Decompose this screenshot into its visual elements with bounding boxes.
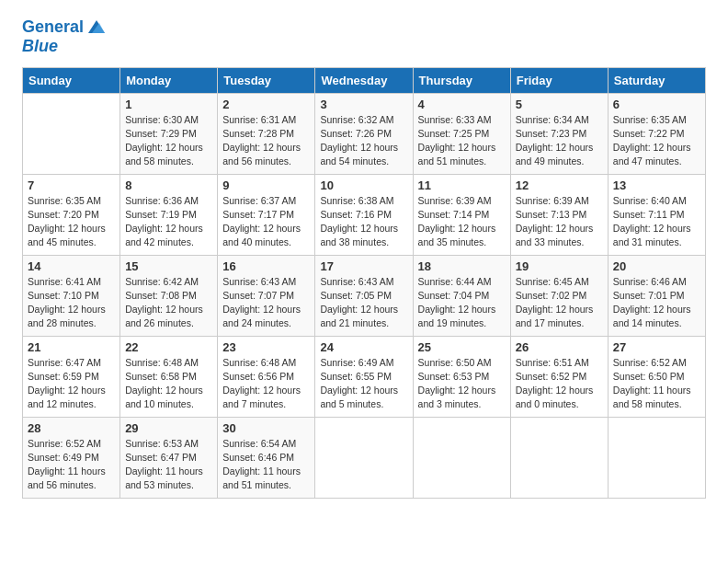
calendar-cell: 14Sunrise: 6:41 AM Sunset: 7:10 PM Dayli… xyxy=(23,255,120,336)
calendar-cell: 21Sunrise: 6:47 AM Sunset: 6:59 PM Dayli… xyxy=(23,336,120,417)
day-number: 11 xyxy=(418,178,506,192)
day-detail: Sunrise: 6:38 AM Sunset: 7:16 PM Dayligh… xyxy=(320,194,407,250)
calendar-cell: 24Sunrise: 6:49 AM Sunset: 6:55 PM Dayli… xyxy=(315,336,413,417)
calendar-cell: 13Sunrise: 6:40 AM Sunset: 7:11 PM Dayli… xyxy=(608,174,705,255)
calendar-cell: 15Sunrise: 6:42 AM Sunset: 7:08 PM Dayli… xyxy=(120,255,218,336)
calendar-cell: 23Sunrise: 6:48 AM Sunset: 6:56 PM Dayli… xyxy=(218,336,315,417)
calendar-cell xyxy=(608,417,705,498)
week-row-1: 7Sunrise: 6:35 AM Sunset: 7:20 PM Daylig… xyxy=(23,174,706,255)
calendar-cell: 16Sunrise: 6:43 AM Sunset: 7:07 PM Dayli… xyxy=(218,255,315,336)
day-detail: Sunrise: 6:48 AM Sunset: 6:56 PM Dayligh… xyxy=(222,356,310,412)
calendar-cell: 25Sunrise: 6:50 AM Sunset: 6:53 PM Dayli… xyxy=(413,336,510,417)
calendar-cell: 29Sunrise: 6:53 AM Sunset: 6:47 PM Dayli… xyxy=(120,417,218,498)
day-detail: Sunrise: 6:43 AM Sunset: 7:05 PM Dayligh… xyxy=(320,275,407,331)
day-detail: Sunrise: 6:31 AM Sunset: 7:28 PM Dayligh… xyxy=(222,113,310,169)
calendar-cell xyxy=(315,417,413,498)
day-number: 23 xyxy=(222,340,310,354)
header-row: SundayMondayTuesdayWednesdayThursdayFrid… xyxy=(23,67,706,93)
day-number: 21 xyxy=(28,340,115,354)
day-detail: Sunrise: 6:44 AM Sunset: 7:04 PM Dayligh… xyxy=(418,275,506,331)
calendar-cell: 20Sunrise: 6:46 AM Sunset: 7:01 PM Dayli… xyxy=(608,255,705,336)
day-number: 8 xyxy=(125,178,212,192)
day-number: 27 xyxy=(613,340,700,354)
header-cell-friday: Friday xyxy=(510,67,608,93)
calendar-cell: 27Sunrise: 6:52 AM Sunset: 6:50 PM Dayli… xyxy=(608,336,705,417)
day-detail: Sunrise: 6:35 AM Sunset: 7:20 PM Dayligh… xyxy=(28,194,115,250)
calendar-cell: 28Sunrise: 6:52 AM Sunset: 6:49 PM Dayli… xyxy=(23,417,120,498)
day-number: 29 xyxy=(125,421,212,435)
day-detail: Sunrise: 6:47 AM Sunset: 6:59 PM Dayligh… xyxy=(28,356,115,412)
day-detail: Sunrise: 6:40 AM Sunset: 7:11 PM Dayligh… xyxy=(613,194,700,250)
week-row-4: 28Sunrise: 6:52 AM Sunset: 6:49 PM Dayli… xyxy=(23,417,706,498)
day-detail: Sunrise: 6:42 AM Sunset: 7:08 PM Dayligh… xyxy=(125,275,212,331)
day-detail: Sunrise: 6:45 AM Sunset: 7:02 PM Dayligh… xyxy=(516,275,603,331)
day-number: 13 xyxy=(613,178,700,192)
logo-icon xyxy=(86,18,107,35)
day-detail: Sunrise: 6:46 AM Sunset: 7:01 PM Dayligh… xyxy=(613,275,700,331)
day-number: 12 xyxy=(516,178,603,192)
calendar-header: SundayMondayTuesdayWednesdayThursdayFrid… xyxy=(23,67,706,93)
day-number: 5 xyxy=(516,98,603,111)
header-cell-monday: Monday xyxy=(120,67,218,93)
day-number: 1 xyxy=(125,98,212,111)
day-detail: Sunrise: 6:32 AM Sunset: 7:26 PM Dayligh… xyxy=(320,113,407,169)
day-number: 16 xyxy=(222,259,310,273)
calendar-cell: 30Sunrise: 6:54 AM Sunset: 6:46 PM Dayli… xyxy=(218,417,315,498)
day-number: 7 xyxy=(28,178,115,192)
day-number: 26 xyxy=(516,340,603,354)
day-detail: Sunrise: 6:54 AM Sunset: 6:46 PM Dayligh… xyxy=(222,437,310,493)
calendar-cell: 4Sunrise: 6:33 AM Sunset: 7:25 PM Daylig… xyxy=(413,93,510,174)
calendar-body: 1Sunrise: 6:30 AM Sunset: 7:29 PM Daylig… xyxy=(23,93,706,498)
calendar-cell: 10Sunrise: 6:38 AM Sunset: 7:16 PM Dayli… xyxy=(315,174,413,255)
calendar-cell xyxy=(23,93,120,174)
day-number: 18 xyxy=(418,259,506,273)
day-number: 25 xyxy=(418,340,506,354)
day-detail: Sunrise: 6:39 AM Sunset: 7:14 PM Dayligh… xyxy=(418,194,506,250)
header-cell-tuesday: Tuesday xyxy=(218,67,315,93)
day-number: 10 xyxy=(320,178,407,192)
day-number: 22 xyxy=(125,340,212,354)
day-number: 19 xyxy=(516,259,603,273)
day-number: 28 xyxy=(28,421,115,435)
day-number: 2 xyxy=(222,98,310,111)
day-number: 15 xyxy=(125,259,212,273)
day-detail: Sunrise: 6:33 AM Sunset: 7:25 PM Dayligh… xyxy=(418,113,506,169)
day-detail: Sunrise: 6:30 AM Sunset: 7:29 PM Dayligh… xyxy=(125,113,212,169)
calendar-cell: 7Sunrise: 6:35 AM Sunset: 7:20 PM Daylig… xyxy=(23,174,120,255)
calendar-cell: 17Sunrise: 6:43 AM Sunset: 7:05 PM Dayli… xyxy=(315,255,413,336)
day-detail: Sunrise: 6:41 AM Sunset: 7:10 PM Dayligh… xyxy=(28,275,115,331)
day-detail: Sunrise: 6:34 AM Sunset: 7:23 PM Dayligh… xyxy=(516,113,603,169)
day-number: 3 xyxy=(320,98,407,111)
calendar-cell: 26Sunrise: 6:51 AM Sunset: 6:52 PM Dayli… xyxy=(510,336,608,417)
day-number: 14 xyxy=(28,259,115,273)
logo: General Blue xyxy=(22,18,107,56)
calendar-cell: 11Sunrise: 6:39 AM Sunset: 7:14 PM Dayli… xyxy=(413,174,510,255)
header-cell-thursday: Thursday xyxy=(413,67,510,93)
day-detail: Sunrise: 6:49 AM Sunset: 6:55 PM Dayligh… xyxy=(320,356,407,412)
calendar-cell xyxy=(510,417,608,498)
day-number: 17 xyxy=(320,259,407,273)
header-cell-sunday: Sunday xyxy=(23,67,120,93)
week-row-0: 1Sunrise: 6:30 AM Sunset: 7:29 PM Daylig… xyxy=(23,93,706,174)
day-detail: Sunrise: 6:53 AM Sunset: 6:47 PM Dayligh… xyxy=(125,437,212,493)
day-detail: Sunrise: 6:52 AM Sunset: 6:49 PM Dayligh… xyxy=(28,437,115,493)
day-number: 24 xyxy=(320,340,407,354)
day-number: 6 xyxy=(613,98,700,111)
week-row-2: 14Sunrise: 6:41 AM Sunset: 7:10 PM Dayli… xyxy=(23,255,706,336)
day-detail: Sunrise: 6:51 AM Sunset: 6:52 PM Dayligh… xyxy=(516,356,603,412)
calendar-cell xyxy=(413,417,510,498)
day-detail: Sunrise: 6:39 AM Sunset: 7:13 PM Dayligh… xyxy=(516,194,603,250)
calendar-cell: 2Sunrise: 6:31 AM Sunset: 7:28 PM Daylig… xyxy=(218,93,315,174)
calendar-cell: 1Sunrise: 6:30 AM Sunset: 7:29 PM Daylig… xyxy=(120,93,218,174)
day-number: 4 xyxy=(418,98,506,111)
calendar-cell: 12Sunrise: 6:39 AM Sunset: 7:13 PM Dayli… xyxy=(510,174,608,255)
logo-text: General xyxy=(22,18,84,37)
day-number: 20 xyxy=(613,259,700,273)
day-number: 30 xyxy=(222,421,310,435)
day-detail: Sunrise: 6:43 AM Sunset: 7:07 PM Dayligh… xyxy=(222,275,310,331)
calendar-cell: 9Sunrise: 6:37 AM Sunset: 7:17 PM Daylig… xyxy=(218,174,315,255)
day-detail: Sunrise: 6:37 AM Sunset: 7:17 PM Dayligh… xyxy=(222,194,310,250)
calendar-cell: 18Sunrise: 6:44 AM Sunset: 7:04 PM Dayli… xyxy=(413,255,510,336)
week-row-3: 21Sunrise: 6:47 AM Sunset: 6:59 PM Dayli… xyxy=(23,336,706,417)
calendar-cell: 8Sunrise: 6:36 AM Sunset: 7:19 PM Daylig… xyxy=(120,174,218,255)
